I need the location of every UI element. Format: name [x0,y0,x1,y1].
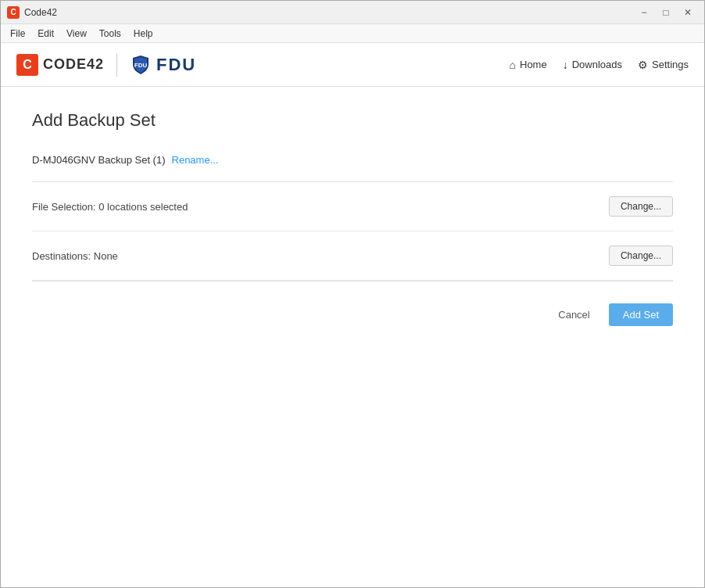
download-icon: ↓ [563,59,568,71]
main-content: Add Backup Set D-MJ046GNV Backup Set (1)… [1,87,704,350]
close-button[interactable]: ✕ [678,4,698,21]
nav-settings[interactable]: ⚙ Settings [638,59,689,71]
svg-text:FDU: FDU [134,62,148,69]
logo-section: C CODE42 FDU FDU [16,53,510,77]
title-bar: C Code42 − □ ✕ [1,1,704,24]
backup-set-name-row: D-MJ046GNV Backup Set (1) Rename... [32,154,673,166]
menu-edit[interactable]: Edit [31,27,60,41]
code42-logo: C CODE42 [16,54,104,76]
menu-view[interactable]: View [60,27,93,41]
destinations-label: Destinations: None [32,250,609,262]
file-selection-change-button[interactable]: Change... [609,196,673,217]
code42-c-icon: C [16,54,38,76]
nav-settings-label: Settings [652,59,689,70]
fdu-logo: FDU FDU [130,54,196,76]
title-bar-controls: − □ ✕ [634,4,698,21]
file-selection-label: File Selection: 0 locations selected [32,201,609,213]
backup-set-name-text: D-MJ046GNV Backup Set (1) [32,154,166,166]
app-icon: C [7,6,20,19]
nav-downloads-label: Downloads [572,59,622,70]
gear-icon: ⚙ [638,59,648,71]
cancel-button[interactable]: Cancel [549,304,599,325]
nav-home[interactable]: ⌂ Home [510,59,547,71]
menu-file[interactable]: File [4,27,31,41]
page-title: Add Backup Set [32,110,673,131]
nav-section: ⌂ Home ↓ Downloads ⚙ Settings [510,59,689,71]
file-selection-row: File Selection: 0 locations selected Cha… [32,182,673,231]
maximize-button[interactable]: □ [656,4,676,21]
menu-help[interactable]: Help [127,27,159,41]
fdu-shield-icon: FDU [130,54,152,76]
nav-home-label: Home [520,59,547,70]
minimize-button[interactable]: − [634,4,654,21]
add-set-button[interactable]: Add Set [609,303,673,326]
bottom-divider [32,281,673,281]
app-header: C CODE42 FDU FDU ⌂ Home ↓ Downloads ⚙ Se… [1,43,704,87]
rename-link[interactable]: Rename... [172,154,219,166]
nav-downloads[interactable]: ↓ Downloads [563,59,622,71]
logo-divider [116,53,117,77]
destinations-change-button[interactable]: Change... [609,246,673,266]
code42-text: CODE42 [43,56,104,73]
destinations-row: Destinations: None Change... [32,231,673,281]
home-icon: ⌂ [510,59,516,71]
fdu-text: FDU [156,55,196,75]
menu-bar: File Edit View Tools Help [1,24,704,43]
menu-tools[interactable]: Tools [93,27,127,41]
action-row: Cancel Add Set [32,303,673,326]
title-bar-title: Code42 [24,7,634,18]
